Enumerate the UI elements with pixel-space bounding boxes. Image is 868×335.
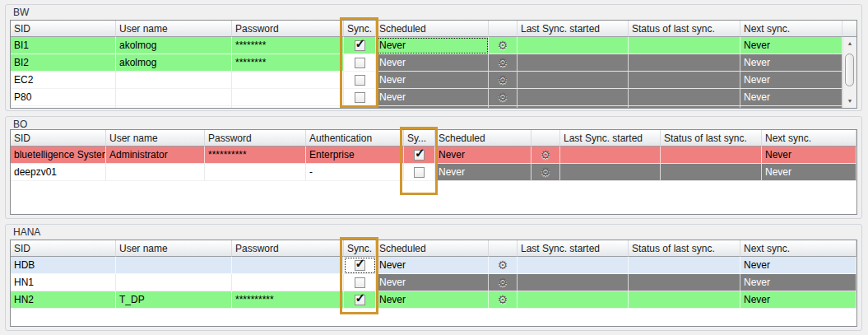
cell-user-name[interactable] bbox=[116, 274, 232, 291]
cell-last-sync-started[interactable] bbox=[518, 291, 629, 309]
column-header-next-sync[interactable]: Next sync. bbox=[762, 130, 856, 147]
cell-last-sync-started[interactable] bbox=[560, 147, 661, 164]
sync-checkbox[interactable]: ✓ bbox=[414, 150, 425, 161]
cell-scheduled[interactable]: Never bbox=[376, 257, 489, 274]
cell-sid[interactable]: HDB bbox=[11, 257, 116, 274]
column-header-user-name[interactable]: User name bbox=[116, 240, 232, 257]
cell-sid[interactable]: EC2 bbox=[11, 72, 116, 89]
column-header-next-sync[interactable]: Next sync. bbox=[740, 21, 842, 37]
cell-next-sync[interactable]: Never bbox=[762, 147, 856, 164]
cell-sid[interactable]: deepzv01 bbox=[11, 164, 106, 181]
cell-password[interactable] bbox=[232, 72, 344, 89]
cell-user-name[interactable]: T_DP bbox=[116, 291, 232, 309]
cell-last-sync-started[interactable] bbox=[518, 257, 629, 274]
cell-scheduled[interactable]: Never bbox=[376, 37, 489, 54]
cell-sid[interactable]: bluetelligence System bbox=[11, 147, 106, 164]
cell-authentication[interactable]: - bbox=[306, 164, 404, 181]
schedule-settings-button[interactable]: ⚙ bbox=[539, 148, 553, 162]
column-header-scheduled[interactable]: Scheduled bbox=[435, 130, 531, 147]
cell-user-name[interactable]: akolmog bbox=[116, 54, 232, 72]
schedule-settings-button[interactable]: ⚙ bbox=[496, 56, 510, 70]
cell-next-sync[interactable]: Never bbox=[740, 257, 856, 274]
column-header-password[interactable]: Password bbox=[232, 21, 344, 37]
cell-password[interactable] bbox=[232, 257, 344, 274]
column-header-user-name[interactable]: User name bbox=[116, 21, 232, 37]
schedule-settings-button[interactable]: ⚙ bbox=[496, 39, 510, 53]
schedule-settings-button[interactable]: ⚙ bbox=[496, 258, 510, 272]
column-header-authentication[interactable]: Authentication bbox=[306, 130, 404, 147]
cell-status-of-last-sync[interactable] bbox=[661, 164, 762, 181]
column-header-user-name[interactable]: User name bbox=[106, 130, 205, 147]
cell-scheduled[interactable]: Never bbox=[376, 72, 489, 89]
column-header-scheduled[interactable]: Scheduled bbox=[376, 240, 489, 257]
cell-scheduled[interactable]: Never bbox=[376, 274, 489, 291]
column-header-sync[interactable]: Sy... bbox=[404, 130, 435, 147]
column-header-last-sync-started[interactable]: Last Sync. started bbox=[518, 21, 629, 37]
cell-user-name[interactable] bbox=[106, 164, 205, 181]
cell-status-of-last-sync[interactable] bbox=[629, 257, 740, 274]
scroll-up-button[interactable]: ▲ bbox=[843, 38, 856, 49]
cell-next-sync[interactable]: Never bbox=[740, 72, 842, 89]
cell-status-of-last-sync[interactable] bbox=[629, 54, 740, 72]
cell-status-of-last-sync[interactable] bbox=[661, 147, 762, 164]
column-header-password[interactable]: Password bbox=[205, 130, 306, 147]
cell-sid[interactable]: BI2 bbox=[11, 54, 116, 72]
scrollbar-thumb[interactable] bbox=[845, 54, 854, 86]
column-header-sid[interactable]: SID bbox=[11, 21, 116, 37]
cell-last-sync-started[interactable] bbox=[518, 89, 629, 106]
cell-sid[interactable]: BI1 bbox=[11, 37, 116, 54]
cell-last-sync-started[interactable] bbox=[518, 54, 629, 72]
cell-user-name[interactable] bbox=[116, 72, 232, 89]
cell-scheduled[interactable]: Never bbox=[435, 164, 531, 181]
cell-sid[interactable]: HN2 bbox=[11, 291, 116, 309]
cell-user-name[interactable]: Administrator bbox=[106, 147, 205, 164]
cell-password[interactable]: ******** bbox=[232, 37, 344, 54]
cell-next-sync[interactable]: Never bbox=[740, 54, 842, 72]
cell-last-sync-started[interactable] bbox=[518, 274, 629, 291]
column-header-gear[interactable] bbox=[489, 21, 518, 37]
cell-password[interactable] bbox=[232, 274, 344, 291]
schedule-settings-button[interactable]: ⚙ bbox=[496, 73, 510, 87]
column-header-sync[interactable]: Sync. bbox=[344, 240, 376, 257]
cell-authentication[interactable]: Enterprise bbox=[306, 147, 404, 164]
cell-status-of-last-sync[interactable] bbox=[629, 89, 740, 106]
sync-checkbox[interactable] bbox=[355, 277, 365, 288]
cell-scheduled[interactable]: Never bbox=[435, 147, 531, 164]
schedule-settings-button[interactable]: ⚙ bbox=[496, 91, 510, 105]
cell-scheduled[interactable]: Never bbox=[376, 291, 489, 309]
cell-password[interactable]: ********** bbox=[205, 147, 306, 164]
cell-status-of-last-sync[interactable] bbox=[629, 72, 740, 89]
column-header-sync[interactable]: Sync. bbox=[344, 21, 376, 37]
cell-password[interactable] bbox=[232, 89, 344, 106]
sync-checkbox[interactable] bbox=[355, 58, 365, 68]
sync-checkbox[interactable]: ✓ bbox=[355, 40, 365, 51]
cell-last-sync-started[interactable] bbox=[560, 164, 661, 181]
column-header-next-sync[interactable]: Next sync. bbox=[740, 240, 856, 257]
column-header-gear[interactable] bbox=[489, 240, 518, 257]
column-header-status-of-last-sync[interactable]: Status of last sync. bbox=[629, 21, 740, 37]
schedule-settings-button[interactable]: ⚙ bbox=[539, 165, 553, 179]
cell-sid[interactable]: HN1 bbox=[11, 274, 116, 291]
cell-password[interactable]: ********** bbox=[232, 291, 344, 309]
cell-password[interactable] bbox=[205, 164, 306, 181]
cell-status-of-last-sync[interactable] bbox=[629, 274, 740, 291]
cell-user-name[interactable] bbox=[116, 89, 232, 106]
cell-sid[interactable]: P80 bbox=[11, 89, 116, 106]
sync-checkbox[interactable]: ✓ bbox=[355, 260, 365, 271]
vertical-scrollbar[interactable]: ▲▼ bbox=[842, 37, 856, 108]
cell-user-name[interactable] bbox=[116, 257, 232, 274]
column-header-sid[interactable]: SID bbox=[11, 130, 106, 147]
cell-next-sync[interactable]: Never bbox=[740, 274, 856, 291]
column-header-sid[interactable]: SID bbox=[11, 240, 116, 257]
cell-scheduled[interactable]: Never bbox=[376, 54, 489, 72]
column-header-scheduled[interactable]: Scheduled bbox=[376, 21, 489, 37]
cell-password[interactable]: ******** bbox=[232, 54, 344, 72]
column-header-status-of-last-sync[interactable]: Status of last sync. bbox=[629, 240, 740, 257]
sync-checkbox[interactable] bbox=[355, 75, 365, 86]
cell-status-of-last-sync[interactable] bbox=[629, 291, 740, 309]
cell-next-sync[interactable]: Never bbox=[740, 37, 842, 54]
scroll-down-button[interactable]: ▼ bbox=[843, 95, 856, 107]
cell-next-sync[interactable]: Never bbox=[740, 89, 842, 106]
cell-last-sync-started[interactable] bbox=[518, 37, 629, 54]
sync-checkbox[interactable] bbox=[355, 92, 365, 103]
